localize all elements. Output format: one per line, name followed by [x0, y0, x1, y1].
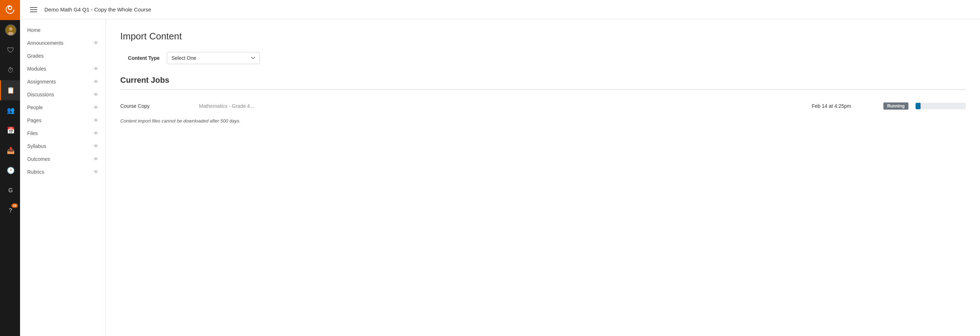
hamburger-line-3	[30, 11, 37, 12]
current-jobs-title: Current Jobs	[120, 76, 966, 85]
nav-grades-label: Grades	[27, 53, 44, 59]
content-type-form-row: Content Type Select One Canvas Course Ex…	[120, 52, 966, 64]
help-nav-item[interactable]: ? 10	[0, 201, 20, 221]
job-progress-bar	[916, 103, 921, 109]
nav-files[interactable]: Files 👁	[20, 127, 106, 140]
jobs-divider	[120, 89, 966, 89]
content-type-select[interactable]: Select One Canvas Course Export Package …	[167, 52, 260, 64]
help-icon: ?	[9, 207, 13, 214]
job-date: Feb 14 at 4:25pm	[812, 103, 876, 109]
outcomes-eye-icon: 👁	[94, 156, 99, 162]
nav-assignments[interactable]: Assignments 👁	[20, 75, 106, 88]
nav-grades[interactable]: Grades	[20, 49, 106, 62]
dashboard-nav-item[interactable]: ⏱	[0, 60, 20, 80]
top-header: Demo Math G4 Q1 - Copy the Whole Course	[20, 0, 980, 19]
main-wrapper: Demo Math G4 Q1 - Copy the Whole Course …	[20, 0, 980, 336]
clock-icon: ⏱	[8, 67, 14, 74]
global-navigation: 🛡 ⏱ 📋 👥 📅 📥 🕐 G ? 10	[0, 0, 20, 336]
nav-home[interactable]: Home	[20, 24, 106, 37]
history-icon: 🕐	[7, 167, 15, 174]
nav-files-label: Files	[27, 131, 38, 136]
announcements-eye-icon: 👁	[94, 40, 99, 46]
course-title: Demo Math G4 Q1 - Copy the Whole Course	[45, 6, 151, 13]
nav-syllabus-label: Syllabus	[27, 143, 46, 149]
nav-announcements[interactable]: Announcements 👁	[20, 37, 106, 49]
content-type-label: Content Type	[120, 55, 160, 61]
files-eye-icon: 👁	[94, 131, 99, 136]
nav-discussions-label: Discussions	[27, 92, 54, 97]
inbox-nav-item[interactable]: 📥	[0, 140, 20, 161]
nav-announcements-label: Announcements	[27, 40, 64, 46]
syllabus-eye-icon: 👁	[94, 143, 99, 149]
hamburger-button[interactable]	[29, 6, 39, 14]
commons-icon: G	[8, 187, 13, 194]
job-status-badge: Running	[883, 102, 908, 110]
job-name: Course Copy	[120, 103, 192, 109]
canvas-logo[interactable]	[0, 0, 20, 20]
nav-pages-label: Pages	[27, 118, 41, 123]
nav-outcomes[interactable]: Outcomes 👁	[20, 153, 106, 166]
nav-rubrics-label: Rubrics	[27, 169, 44, 175]
job-progress-bar-container	[916, 103, 966, 109]
people-eye-icon: 👁	[94, 105, 99, 110]
calendar-nav-item[interactable]: 📅	[0, 120, 20, 140]
courses-icon: 📋	[7, 86, 15, 94]
nav-people-label: People	[27, 105, 43, 110]
nav-modules[interactable]: Modules 👁	[20, 62, 106, 75]
nav-home-label: Home	[27, 27, 40, 33]
hamburger-line-2	[30, 9, 37, 10]
admin-nav-item[interactable]: 🛡	[0, 40, 20, 60]
courses-nav-item[interactable]: 📋	[0, 80, 20, 100]
avatar	[5, 24, 16, 36]
svg-point-1	[9, 7, 11, 9]
groups-icon: 👥	[7, 107, 15, 114]
groups-nav-item[interactable]: 👥	[0, 100, 20, 120]
user-avatar-nav[interactable]	[0, 20, 20, 40]
discussions-eye-icon: 👁	[94, 92, 99, 97]
hamburger-line-1	[30, 7, 37, 8]
nav-rubrics[interactable]: Rubrics 👁	[20, 166, 106, 178]
assignments-eye-icon: 👁	[94, 79, 99, 84]
job-note: Content import files cannot be downloade…	[120, 118, 966, 124]
job-source: Mathematics - Grade 4...	[199, 103, 805, 109]
shield-icon: 🛡	[7, 46, 14, 54]
job-row: Course Copy Mathematics - Grade 4... Feb…	[120, 97, 966, 115]
nav-pages[interactable]: Pages 👁	[20, 114, 106, 127]
inbox-icon: 📥	[7, 147, 15, 154]
nav-outcomes-label: Outcomes	[27, 156, 50, 162]
modules-eye-icon: 👁	[94, 66, 99, 72]
nav-modules-label: Modules	[27, 66, 46, 72]
nav-discussions[interactable]: Discussions 👁	[20, 88, 106, 101]
history-nav-item[interactable]: 🕐	[0, 161, 20, 180]
commons-nav-item[interactable]: G	[0, 180, 20, 201]
page-title: Import Content	[120, 31, 966, 42]
current-jobs-section: Current Jobs Course Copy Mathematics - G…	[120, 76, 966, 124]
nav-assignments-label: Assignments	[27, 79, 56, 84]
page-content: Import Content Content Type Select One C…	[106, 19, 980, 336]
pages-eye-icon: 👁	[94, 118, 99, 123]
nav-people[interactable]: People 👁	[20, 101, 106, 114]
calendar-icon: 📅	[7, 126, 15, 134]
course-navigation: Home Announcements 👁 Grades Modules 👁 As…	[20, 19, 106, 336]
rubrics-eye-icon: 👁	[94, 169, 99, 175]
help-badge: 10	[11, 204, 18, 208]
svg-point-3	[9, 27, 13, 31]
nav-syllabus[interactable]: Syllabus 👁	[20, 140, 106, 153]
